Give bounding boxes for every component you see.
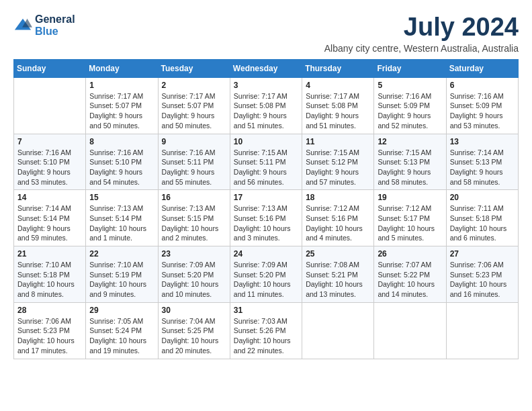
title-block: July 2024 Albany city centre, Western Au… (324, 13, 519, 54)
day-number: 29 (89, 306, 154, 315)
calendar-cell: 5Sunrise: 7:16 AM Sunset: 5:09 PM Daylig… (374, 77, 446, 134)
day-number: 26 (378, 249, 442, 259)
calendar-cell: 22Sunrise: 7:10 AM Sunset: 5:19 PM Dayli… (86, 246, 158, 303)
day-number: 15 (89, 193, 154, 202)
day-info: Sunrise: 7:16 AM Sunset: 5:09 PM Dayligh… (450, 91, 515, 131)
calendar-cell (374, 302, 446, 359)
day-info: Sunrise: 7:12 AM Sunset: 5:17 PM Dayligh… (378, 203, 442, 243)
day-info: Sunrise: 7:14 AM Sunset: 5:13 PM Dayligh… (450, 148, 515, 187)
location-subtitle: Albany city centre, Western Australia, A… (324, 43, 519, 54)
day-info: Sunrise: 7:15 AM Sunset: 5:12 PM Dayligh… (306, 148, 370, 187)
header-sunday: Sunday (14, 59, 86, 77)
day-info: Sunrise: 7:16 AM Sunset: 5:10 PM Dayligh… (89, 148, 154, 187)
day-number: 6 (450, 81, 515, 90)
calendar-cell: 6Sunrise: 7:16 AM Sunset: 5:09 PM Daylig… (446, 77, 518, 134)
calendar-cell: 17Sunrise: 7:13 AM Sunset: 5:16 PM Dayli… (230, 190, 302, 246)
day-number: 21 (17, 249, 82, 259)
day-info: Sunrise: 7:15 AM Sunset: 5:13 PM Dayligh… (378, 148, 442, 187)
day-info: Sunrise: 7:06 AM Sunset: 5:23 PM Dayligh… (17, 316, 82, 356)
day-number: 30 (162, 306, 226, 315)
calendar-cell (302, 302, 374, 359)
day-info: Sunrise: 7:13 AM Sunset: 5:15 PM Dayligh… (162, 203, 226, 243)
week-row-1: 1Sunrise: 7:17 AM Sunset: 5:07 PM Daylig… (14, 77, 519, 134)
day-number: 10 (234, 137, 298, 146)
calendar-cell: 26Sunrise: 7:07 AM Sunset: 5:22 PM Dayli… (374, 246, 446, 303)
day-info: Sunrise: 7:16 AM Sunset: 5:11 PM Dayligh… (162, 148, 226, 187)
calendar-cell: 11Sunrise: 7:15 AM Sunset: 5:12 PM Dayli… (302, 134, 374, 190)
day-number: 20 (450, 193, 515, 202)
day-info: Sunrise: 7:10 AM Sunset: 5:18 PM Dayligh… (17, 260, 82, 300)
day-info: Sunrise: 7:07 AM Sunset: 5:22 PM Dayligh… (378, 260, 442, 300)
day-info: Sunrise: 7:10 AM Sunset: 5:19 PM Dayligh… (89, 260, 154, 300)
day-number: 23 (162, 249, 226, 259)
calendar-cell: 15Sunrise: 7:13 AM Sunset: 5:14 PM Dayli… (86, 190, 158, 246)
day-info: Sunrise: 7:14 AM Sunset: 5:14 PM Dayligh… (17, 203, 82, 243)
day-info: Sunrise: 7:13 AM Sunset: 5:16 PM Dayligh… (234, 203, 298, 243)
day-number: 28 (17, 306, 82, 315)
day-number: 18 (306, 193, 370, 202)
day-number: 3 (234, 81, 298, 90)
day-number: 25 (306, 249, 370, 259)
page-header: General Blue July 2024 Albany city centr… (13, 13, 519, 54)
day-info: Sunrise: 7:15 AM Sunset: 5:11 PM Dayligh… (234, 148, 298, 187)
day-number: 19 (378, 193, 442, 202)
day-info: Sunrise: 7:09 AM Sunset: 5:20 PM Dayligh… (234, 260, 298, 300)
day-info: Sunrise: 7:16 AM Sunset: 5:10 PM Dayligh… (17, 148, 82, 187)
calendar-cell: 25Sunrise: 7:08 AM Sunset: 5:21 PM Dayli… (302, 246, 374, 303)
calendar-cell: 12Sunrise: 7:15 AM Sunset: 5:13 PM Dayli… (374, 134, 446, 190)
day-number: 9 (162, 137, 226, 146)
calendar-table: SundayMondayTuesdayWednesdayThursdayFrid… (13, 59, 519, 359)
week-row-5: 28Sunrise: 7:06 AM Sunset: 5:23 PM Dayli… (14, 302, 519, 359)
header-wednesday: Wednesday (230, 59, 302, 77)
calendar-cell: 24Sunrise: 7:09 AM Sunset: 5:20 PM Dayli… (230, 246, 302, 303)
header-saturday: Saturday (446, 59, 518, 77)
day-info: Sunrise: 7:12 AM Sunset: 5:16 PM Dayligh… (306, 203, 370, 243)
day-number: 1 (89, 81, 154, 90)
day-number: 31 (234, 306, 298, 315)
day-number: 2 (162, 81, 226, 90)
calendar-cell: 20Sunrise: 7:11 AM Sunset: 5:18 PM Dayli… (446, 190, 518, 246)
day-info: Sunrise: 7:17 AM Sunset: 5:07 PM Dayligh… (89, 91, 154, 131)
calendar-cell: 27Sunrise: 7:06 AM Sunset: 5:23 PM Dayli… (446, 246, 518, 303)
header-friday: Friday (374, 59, 446, 77)
day-info: Sunrise: 7:03 AM Sunset: 5:26 PM Dayligh… (234, 316, 298, 356)
calendar-cell: 3Sunrise: 7:17 AM Sunset: 5:08 PM Daylig… (230, 77, 302, 134)
calendar-cell: 30Sunrise: 7:04 AM Sunset: 5:25 PM Dayli… (158, 302, 230, 359)
day-number: 4 (306, 81, 370, 90)
day-number: 7 (17, 137, 82, 146)
logo-icon (13, 16, 32, 35)
day-number: 16 (162, 193, 226, 202)
week-row-3: 14Sunrise: 7:14 AM Sunset: 5:14 PM Dayli… (14, 190, 519, 246)
day-info: Sunrise: 7:11 AM Sunset: 5:18 PM Dayligh… (450, 203, 515, 243)
calendar-cell: 16Sunrise: 7:13 AM Sunset: 5:15 PM Dayli… (158, 190, 230, 246)
calendar-cell: 18Sunrise: 7:12 AM Sunset: 5:16 PM Dayli… (302, 190, 374, 246)
day-info: Sunrise: 7:04 AM Sunset: 5:25 PM Dayligh… (162, 316, 226, 356)
day-number: 12 (378, 137, 442, 146)
day-info: Sunrise: 7:17 AM Sunset: 5:08 PM Dayligh… (234, 91, 298, 131)
day-number: 24 (234, 249, 298, 259)
calendar-cell: 13Sunrise: 7:14 AM Sunset: 5:13 PM Dayli… (446, 134, 518, 190)
day-number: 13 (450, 137, 515, 146)
calendar-cell: 9Sunrise: 7:16 AM Sunset: 5:11 PM Daylig… (158, 134, 230, 190)
calendar-cell: 21Sunrise: 7:10 AM Sunset: 5:18 PM Dayli… (14, 246, 86, 303)
day-info: Sunrise: 7:09 AM Sunset: 5:20 PM Dayligh… (162, 260, 226, 300)
logo: General Blue (13, 13, 75, 38)
month-year-title: July 2024 (324, 13, 519, 42)
calendar-cell: 1Sunrise: 7:17 AM Sunset: 5:07 PM Daylig… (86, 77, 158, 134)
day-info: Sunrise: 7:13 AM Sunset: 5:14 PM Dayligh… (89, 203, 154, 243)
calendar-cell: 19Sunrise: 7:12 AM Sunset: 5:17 PM Dayli… (374, 190, 446, 246)
day-number: 8 (89, 137, 154, 146)
day-info: Sunrise: 7:17 AM Sunset: 5:07 PM Dayligh… (162, 91, 226, 131)
calendar-cell: 29Sunrise: 7:05 AM Sunset: 5:24 PM Dayli… (86, 302, 158, 359)
day-number: 22 (89, 249, 154, 259)
week-row-4: 21Sunrise: 7:10 AM Sunset: 5:18 PM Dayli… (14, 246, 519, 303)
header-tuesday: Tuesday (158, 59, 230, 77)
day-number: 27 (450, 249, 515, 259)
calendar-cell: 23Sunrise: 7:09 AM Sunset: 5:20 PM Dayli… (158, 246, 230, 303)
calendar-cell: 4Sunrise: 7:17 AM Sunset: 5:08 PM Daylig… (302, 77, 374, 134)
day-info: Sunrise: 7:17 AM Sunset: 5:08 PM Dayligh… (306, 91, 370, 131)
calendar-cell: 2Sunrise: 7:17 AM Sunset: 5:07 PM Daylig… (158, 77, 230, 134)
day-info: Sunrise: 7:16 AM Sunset: 5:09 PM Dayligh… (378, 91, 442, 131)
calendar-cell: 14Sunrise: 7:14 AM Sunset: 5:14 PM Dayli… (14, 190, 86, 246)
day-number: 11 (306, 137, 370, 146)
